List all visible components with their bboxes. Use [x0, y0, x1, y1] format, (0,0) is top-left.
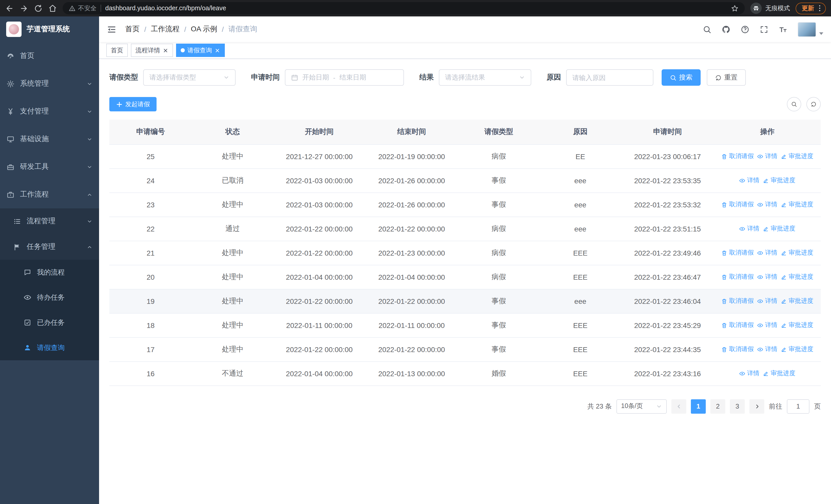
cancel-action[interactable]: 取消请假	[721, 345, 754, 354]
table-row-24[interactable]: 24已取消2022-01-03 00:00:002022-01-26 00:00…	[109, 168, 821, 192]
create-leave-button[interactable]: 发起请假	[109, 97, 156, 111]
table-row-17[interactable]: 17处理中2022-01-22 00:00:002022-01-22 00:00…	[109, 337, 821, 361]
address-bar[interactable]: 不安全 dashboard.yudao.iocoder.cn/bpm/oa/le…	[63, 2, 745, 14]
sidebar-item-5[interactable]: 工作流程	[0, 181, 99, 208]
avatar[interactable]	[798, 22, 816, 37]
tab-1[interactable]: 流程详情	[131, 43, 173, 57]
progress-action[interactable]: 审批进度	[781, 200, 813, 209]
page-1-button[interactable]: 1	[691, 399, 706, 413]
table-row-23[interactable]: 23处理中2022-01-03 00:00:002022-01-26 00:00…	[109, 192, 821, 216]
progress-action[interactable]: 审批进度	[763, 369, 795, 378]
breadcrumb-item-3[interactable]: 请假查询	[228, 25, 257, 34]
cancel-action[interactable]: 取消请假	[721, 272, 754, 281]
sidebar-item-11[interactable]: 请假查询	[0, 335, 99, 360]
forward-icon[interactable]	[20, 4, 28, 12]
page-size-select[interactable]: 10条/页	[617, 399, 667, 413]
progress-action[interactable]: 审批进度	[781, 152, 813, 161]
progress-action[interactable]: 审批进度	[781, 272, 813, 281]
sidebar-item-0[interactable]: 首页	[0, 42, 99, 70]
back-icon[interactable]	[5, 4, 14, 12]
bookmark-star-icon[interactable]	[731, 4, 739, 12]
table-row-25[interactable]: 25处理中2021-12-27 00:00:002022-01-19 00:00…	[109, 144, 821, 168]
table-row-18[interactable]: 18处理中2022-01-11 00:00:002022-01-11 00:00…	[109, 313, 821, 337]
table-row-19[interactable]: 19处理中2022-01-22 00:00:002022-01-22 00:00…	[109, 289, 821, 313]
github-icon[interactable]	[722, 25, 730, 34]
breadcrumb-item-1[interactable]: 工作流程	[151, 25, 180, 34]
progress-action[interactable]: 审批进度	[781, 248, 813, 257]
detail-action[interactable]: 详情	[739, 369, 760, 378]
detail-action[interactable]: 详情	[757, 152, 777, 161]
sidebar-item-3[interactable]: 基础设施	[0, 125, 99, 153]
tab-2[interactable]: 请假查询	[176, 43, 225, 57]
sidebar-item-2[interactable]: 支付管理	[0, 97, 99, 125]
detail-action-label: 详情	[765, 297, 777, 305]
sidebar-item-1[interactable]: 系统管理	[0, 70, 99, 97]
progress-action[interactable]: 审批进度	[781, 321, 813, 329]
breadcrumb-item-0[interactable]: 首页	[125, 25, 140, 34]
progress-action[interactable]: 审批进度	[781, 297, 813, 305]
refresh-table-button[interactable]	[806, 97, 821, 111]
table-row-16[interactable]: 16不通过2022-01-04 00:00:002022-01-13 00:00…	[109, 361, 821, 385]
detail-action[interactable]: 详情	[757, 297, 777, 305]
apply-time-range-picker[interactable]: 开始日期 - 结束日期	[285, 69, 404, 86]
hamburger-icon[interactable]	[107, 24, 116, 34]
close-icon[interactable]	[163, 48, 168, 53]
result-select[interactable]: 请选择流结果	[439, 69, 531, 86]
cell-reason: EE	[540, 144, 621, 168]
page-3-button[interactable]: 3	[730, 399, 745, 413]
search-button[interactable]: 搜索	[662, 69, 700, 86]
result-label: 结果	[419, 73, 434, 82]
page-size-value: 10条/页	[621, 402, 643, 411]
leave-type-select[interactable]: 请选择请假类型	[143, 69, 236, 86]
progress-action[interactable]: 审批进度	[763, 176, 795, 185]
menu-dots-icon[interactable]	[815, 4, 824, 12]
progress-action[interactable]: 审批进度	[781, 345, 813, 354]
page-2-button[interactable]: 2	[710, 399, 725, 413]
trash-icon	[721, 298, 727, 304]
cancel-action[interactable]: 取消请假	[721, 152, 754, 161]
update-button[interactable]: 更新	[796, 2, 826, 14]
table-row-22[interactable]: 22通过2022-01-22 00:00:002022-01-22 00:00:…	[109, 216, 821, 241]
detail-action[interactable]: 详情	[739, 176, 760, 185]
sidebar-item-6[interactable]: 流程管理	[0, 208, 99, 234]
breadcrumb-item-2[interactable]: OA 示例	[191, 25, 218, 34]
reason-input[interactable]	[572, 73, 647, 81]
help-icon[interactable]	[741, 25, 749, 34]
sidebar-item-4[interactable]: 研发工具	[0, 153, 99, 181]
cancel-action[interactable]: 取消请假	[721, 297, 754, 305]
home-icon[interactable]	[48, 4, 57, 12]
search-icon[interactable]	[703, 25, 711, 34]
close-icon[interactable]	[214, 48, 220, 53]
detail-action[interactable]: 详情	[757, 321, 777, 329]
cancel-action[interactable]: 取消请假	[721, 200, 754, 209]
toggle-search-button[interactable]	[787, 97, 801, 111]
prev-page-button[interactable]	[671, 399, 686, 413]
filter-apply-time: 申请时间 开始日期 - 结束日期	[251, 69, 404, 86]
fontsize-icon[interactable]	[779, 25, 787, 34]
sidebar-item-9[interactable]: 待办任务	[0, 285, 99, 310]
sidebar-item-8[interactable]: 我的流程	[0, 260, 99, 285]
detail-action[interactable]: 详情	[757, 345, 777, 354]
reload-icon[interactable]	[34, 4, 42, 12]
detail-action[interactable]: 详情	[739, 224, 760, 233]
table-row-21[interactable]: 21处理中2022-01-22 00:00:002022-01-23 00:00…	[109, 241, 821, 265]
detail-action[interactable]: 详情	[757, 272, 777, 281]
detail-action[interactable]: 详情	[757, 200, 777, 209]
fullscreen-icon[interactable]	[760, 25, 768, 34]
chevron-up-icon	[87, 192, 92, 197]
cancel-action[interactable]: 取消请假	[721, 321, 754, 329]
user-menu[interactable]	[798, 22, 823, 37]
logo[interactable]: 芋道管理系统	[0, 17, 99, 42]
tab-0[interactable]: 首页	[106, 43, 128, 57]
sidebar-item-10[interactable]: 已办任务	[0, 310, 99, 335]
url-text[interactable]: dashboard.yudao.iocoder.cn/bpm/oa/leave	[105, 5, 727, 12]
reset-button[interactable]: 重置	[707, 69, 746, 86]
security-chip[interactable]: 不安全	[69, 4, 96, 12]
sidebar-item-7[interactable]: 任务管理	[0, 234, 99, 260]
detail-action[interactable]: 详情	[757, 248, 777, 257]
table-row-20[interactable]: 20处理中2022-01-04 00:00:002022-01-04 00:00…	[109, 265, 821, 289]
progress-action[interactable]: 审批进度	[763, 224, 795, 233]
cancel-action[interactable]: 取消请假	[721, 248, 754, 257]
next-page-button[interactable]	[749, 399, 764, 413]
goto-page-input[interactable]	[787, 399, 809, 413]
